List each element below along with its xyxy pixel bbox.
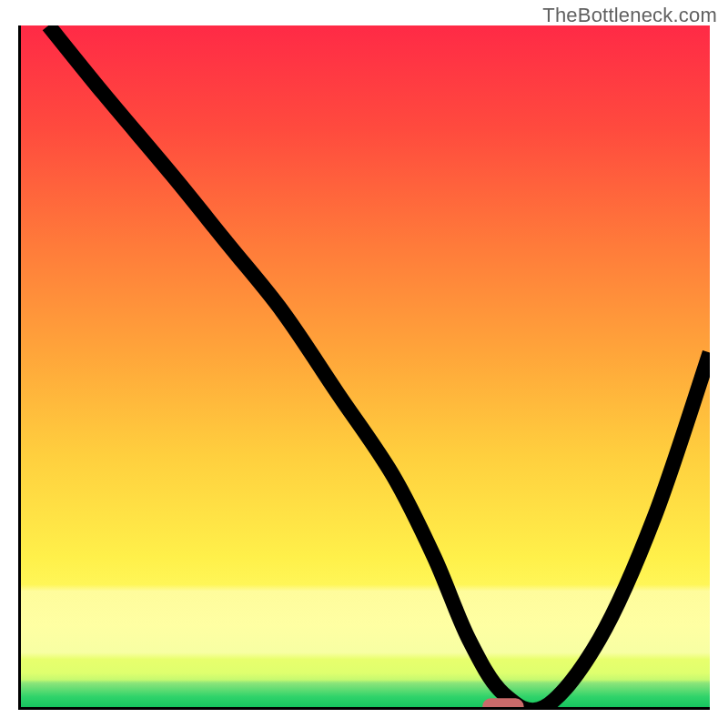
chart-plot-area [18, 25, 710, 710]
bottleneck-curve [48, 25, 710, 707]
optimum-marker [482, 698, 523, 707]
watermark-text: TheBottleneck.com [542, 4, 717, 27]
chart-svg [21, 25, 710, 707]
